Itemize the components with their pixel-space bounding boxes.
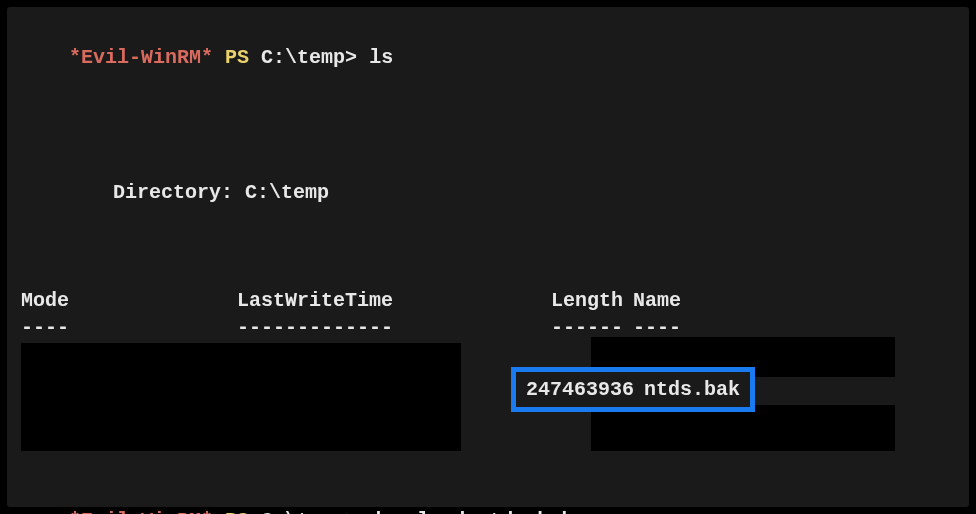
prompt-path: C:\temp> bbox=[261, 46, 357, 69]
prompt-path: C:\temp> bbox=[261, 509, 357, 514]
col-mode: Mode bbox=[21, 287, 237, 314]
col-name: Name bbox=[623, 287, 681, 314]
prompt-brand: *Evil-WinRM* bbox=[69, 46, 213, 69]
directory-label: Directory: C:\temp bbox=[21, 152, 955, 233]
command-download: download ntds.bak bbox=[369, 509, 573, 514]
prompt-brand: *Evil-WinRM* bbox=[69, 509, 213, 514]
prompt-line-1: *Evil-WinRM* PS C:\temp> ls bbox=[21, 17, 955, 98]
prompt-line-2: *Evil-WinRM* PS C:\temp> download ntds.b… bbox=[21, 480, 955, 514]
listing-area: 247463936 ntds.bak bbox=[21, 343, 955, 453]
col-lastwritetime: LastWriteTime bbox=[237, 287, 499, 314]
col-length: Length bbox=[499, 287, 623, 314]
file-length: 247463936 bbox=[526, 376, 634, 403]
redaction-box bbox=[21, 343, 461, 451]
prompt-ps: PS bbox=[225, 46, 249, 69]
terminal-window[interactable]: *Evil-WinRM* PS C:\temp> ls Directory: C… bbox=[4, 4, 972, 510]
file-name: ntds.bak bbox=[634, 376, 740, 403]
command-ls: ls bbox=[369, 46, 393, 69]
highlighted-file-row: 247463936 ntds.bak bbox=[511, 367, 755, 412]
prompt-ps: PS bbox=[225, 509, 249, 514]
table-header-row: Mode LastWriteTime Length Name bbox=[21, 287, 955, 314]
